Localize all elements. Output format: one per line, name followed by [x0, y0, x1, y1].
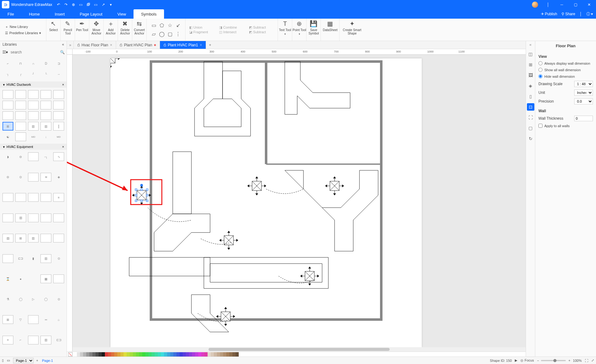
equip-shape[interactable]: ⊏⊐: [53, 336, 64, 344]
color-swatch[interactable]: [195, 352, 198, 357]
color-swatch[interactable]: [120, 352, 124, 357]
arrow-shape-icon[interactable]: ↙: [175, 23, 181, 28]
color-swatch[interactable]: [89, 352, 92, 357]
color-swatch[interactable]: [83, 352, 86, 357]
color-swatch[interactable]: [80, 352, 83, 357]
union-button[interactable]: ◧ Union: [189, 25, 214, 30]
equip-shape[interactable]: [53, 234, 64, 242]
fullscreen-icon[interactable]: ⤢: [591, 358, 594, 362]
menu-symbols[interactable]: Symbols: [134, 9, 164, 19]
menu-view[interactable]: View: [110, 9, 134, 19]
user-avatar[interactable]: [532, 2, 538, 8]
shape-scroll-icon[interactable]: ⋮: [175, 31, 181, 37]
equip-shape[interactable]: ≡: [2, 336, 13, 344]
color-swatch[interactable]: [217, 352, 220, 357]
color-swatch[interactable]: [155, 352, 158, 357]
subtract-button[interactable]: ◩ Subtract: [249, 25, 274, 30]
image-icon[interactable]: 🖼: [527, 71, 534, 79]
equip-shape[interactable]: ◯: [40, 295, 51, 304]
color-swatch[interactable]: [105, 352, 108, 357]
duct-shape[interactable]: [53, 90, 64, 99]
radio-hide[interactable]: Hide wall dimension: [538, 74, 593, 78]
menu-insert[interactable]: Insert: [47, 9, 73, 19]
delete-anchor-tool[interactable]: ✖Delete Anchor: [118, 19, 132, 41]
equip-shape[interactable]: [2, 254, 13, 263]
presentation-icon[interactable]: ▢: [527, 124, 534, 132]
duct-shape[interactable]: [53, 111, 64, 120]
close-tab-icon[interactable]: ×: [200, 43, 202, 47]
expand-left-icon[interactable]: »: [67, 41, 74, 49]
text-tool[interactable]: TText Tool▾: [278, 19, 292, 41]
duct-shape[interactable]: [40, 111, 51, 120]
equip-shape[interactable]: ⊠: [15, 234, 26, 242]
duct-shape[interactable]: [53, 101, 64, 109]
equip-shape[interactable]: [28, 193, 39, 202]
color-swatch[interactable]: [229, 352, 232, 357]
color-swatch[interactable]: [164, 352, 167, 357]
duct-shape[interactable]: ║: [53, 122, 64, 131]
color-swatch[interactable]: [223, 352, 226, 357]
fit-page-icon[interactable]: ⛶: [585, 359, 588, 362]
duct-shape[interactable]: MD: [53, 132, 64, 141]
equip-shape[interactable]: ▦: [40, 274, 51, 283]
color-swatch[interactable]: [96, 352, 99, 357]
menu-home[interactable]: Home: [21, 9, 47, 19]
duct-shape[interactable]: [15, 122, 26, 131]
menu-page-layout[interactable]: Page Layout: [72, 9, 110, 19]
layers-icon[interactable]: ◈: [527, 82, 534, 90]
more-icon[interactable]: ▾: [108, 2, 113, 7]
undo-icon[interactable]: ↶: [56, 2, 61, 7]
maximize-icon[interactable]: ▢: [569, 0, 582, 9]
duct-shape[interactable]: ☯: [2, 132, 13, 141]
canvas[interactable]: -100010020030040050060070080090010001100: [67, 49, 526, 352]
color-swatch[interactable]: [158, 352, 161, 357]
color-swatch[interactable]: [180, 352, 183, 357]
add-tab-button[interactable]: ＋: [206, 41, 214, 49]
equip-shape[interactable]: [53, 274, 64, 283]
equip-shape[interactable]: ⊠: [2, 315, 13, 324]
shape-generic[interactable]: ⊓: [15, 59, 26, 68]
shape-generic[interactable]: ┘: [28, 70, 39, 78]
equip-shape[interactable]: [40, 234, 51, 242]
duct-shape[interactable]: [2, 111, 13, 120]
color-swatch[interactable]: [111, 352, 114, 357]
combine-button[interactable]: ◨ Combine: [219, 25, 244, 30]
radio-always[interactable]: Always display wall dimension: [538, 61, 593, 65]
equip-shape[interactable]: [28, 214, 39, 222]
close-section-icon[interactable]: ×: [62, 145, 64, 149]
equip-shape[interactable]: ⊙: [53, 254, 64, 263]
equip-shape[interactable]: ▨: [2, 234, 13, 242]
equip-shape[interactable]: ▮: [28, 254, 39, 263]
duct-shape[interactable]: MD: [28, 132, 39, 141]
save-symbol-button[interactable]: 💾Save Symbol: [307, 19, 321, 41]
duct-shape[interactable]: [28, 101, 39, 109]
shape-generic[interactable]: ∩: [28, 59, 39, 68]
equip-shape[interactable]: ▥: [15, 214, 26, 222]
save-icon[interactable]: 🗊: [86, 2, 91, 7]
shape-more-3[interactable]: ▢: [167, 31, 173, 37]
equip-shape[interactable]: ▥: [40, 336, 51, 344]
unit-select[interactable]: Inches: [574, 90, 593, 96]
shape-more-2[interactable]: ◯: [159, 31, 165, 37]
add-page-button[interactable]: ＋: [35, 358, 39, 363]
color-swatch[interactable]: [173, 352, 176, 357]
color-swatch[interactable]: [148, 352, 152, 357]
precision-select[interactable]: 0.0: [574, 98, 593, 104]
section-hvac-equipment[interactable]: ▼HVAC Equipment ×: [0, 144, 67, 150]
duct-shape[interactable]: [28, 111, 39, 120]
share-button[interactable]: ⚲ Share: [561, 12, 575, 16]
export-icon[interactable]: ↗: [101, 2, 106, 7]
pentagon-shape-icon[interactable]: ⬠: [159, 23, 165, 28]
close-section-icon[interactable]: ×: [62, 83, 64, 86]
equip-shape[interactable]: ⊏⊐: [15, 254, 26, 263]
page-select[interactable]: Page-1: [13, 358, 34, 363]
rect-shape-icon[interactable]: ▭: [151, 23, 157, 28]
close-icon[interactable]: ✕: [582, 0, 596, 9]
select-tool[interactable]: ↖Select: [46, 19, 61, 41]
color-swatch[interactable]: [208, 352, 211, 357]
shape-generic[interactable]: ⊐: [53, 59, 64, 68]
equip-shape[interactable]: [40, 214, 51, 222]
color-swatch[interactable]: [170, 352, 173, 357]
color-swatch[interactable]: [136, 352, 139, 357]
equip-shape[interactable]: [28, 152, 39, 161]
